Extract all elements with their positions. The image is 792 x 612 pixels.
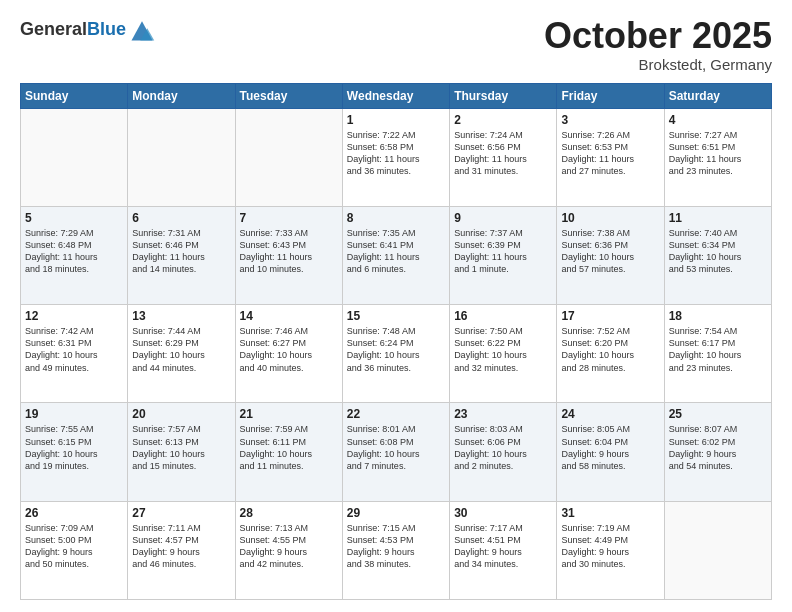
day-number: 13 — [132, 309, 230, 323]
calendar-cell: 2Sunrise: 7:24 AM Sunset: 6:56 PM Daylig… — [450, 108, 557, 206]
day-info: Sunrise: 8:01 AM Sunset: 6:08 PM Dayligh… — [347, 423, 445, 472]
day-number: 23 — [454, 407, 552, 421]
calendar-cell: 5Sunrise: 7:29 AM Sunset: 6:48 PM Daylig… — [21, 206, 128, 304]
calendar-table: Sunday Monday Tuesday Wednesday Thursday… — [20, 83, 772, 600]
day-info: Sunrise: 7:19 AM Sunset: 4:49 PM Dayligh… — [561, 522, 659, 571]
day-number: 22 — [347, 407, 445, 421]
day-number: 11 — [669, 211, 767, 225]
day-number: 9 — [454, 211, 552, 225]
day-number: 28 — [240, 506, 338, 520]
day-number: 10 — [561, 211, 659, 225]
calendar-cell: 8Sunrise: 7:35 AM Sunset: 6:41 PM Daylig… — [342, 206, 449, 304]
day-info: Sunrise: 7:29 AM Sunset: 6:48 PM Dayligh… — [25, 227, 123, 276]
header-monday: Monday — [128, 83, 235, 108]
day-info: Sunrise: 7:31 AM Sunset: 6:46 PM Dayligh… — [132, 227, 230, 276]
logo: GeneralBlue — [20, 16, 156, 44]
day-info: Sunrise: 7:24 AM Sunset: 6:56 PM Dayligh… — [454, 129, 552, 178]
day-info: Sunrise: 7:09 AM Sunset: 5:00 PM Dayligh… — [25, 522, 123, 571]
day-number: 17 — [561, 309, 659, 323]
calendar-cell: 18Sunrise: 7:54 AM Sunset: 6:17 PM Dayli… — [664, 305, 771, 403]
day-number: 14 — [240, 309, 338, 323]
calendar-cell — [235, 108, 342, 206]
month-title: October 2025 — [544, 16, 772, 56]
day-number: 16 — [454, 309, 552, 323]
day-info: Sunrise: 7:11 AM Sunset: 4:57 PM Dayligh… — [132, 522, 230, 571]
calendar-cell: 29Sunrise: 7:15 AM Sunset: 4:53 PM Dayli… — [342, 501, 449, 599]
calendar-cell: 14Sunrise: 7:46 AM Sunset: 6:27 PM Dayli… — [235, 305, 342, 403]
day-info: Sunrise: 7:13 AM Sunset: 4:55 PM Dayligh… — [240, 522, 338, 571]
calendar-cell: 20Sunrise: 7:57 AM Sunset: 6:13 PM Dayli… — [128, 403, 235, 501]
calendar-cell: 26Sunrise: 7:09 AM Sunset: 5:00 PM Dayli… — [21, 501, 128, 599]
calendar-cell: 19Sunrise: 7:55 AM Sunset: 6:15 PM Dayli… — [21, 403, 128, 501]
day-info: Sunrise: 7:54 AM Sunset: 6:17 PM Dayligh… — [669, 325, 767, 374]
calendar-week-2: 5Sunrise: 7:29 AM Sunset: 6:48 PM Daylig… — [21, 206, 772, 304]
page: GeneralBlue October 2025 Brokstedt, Germ… — [0, 0, 792, 612]
calendar-cell: 13Sunrise: 7:44 AM Sunset: 6:29 PM Dayli… — [128, 305, 235, 403]
calendar-cell: 6Sunrise: 7:31 AM Sunset: 6:46 PM Daylig… — [128, 206, 235, 304]
day-info: Sunrise: 8:05 AM Sunset: 6:04 PM Dayligh… — [561, 423, 659, 472]
day-info: Sunrise: 7:33 AM Sunset: 6:43 PM Dayligh… — [240, 227, 338, 276]
day-number: 19 — [25, 407, 123, 421]
day-number: 7 — [240, 211, 338, 225]
day-number: 6 — [132, 211, 230, 225]
calendar-cell: 25Sunrise: 8:07 AM Sunset: 6:02 PM Dayli… — [664, 403, 771, 501]
header-wednesday: Wednesday — [342, 83, 449, 108]
day-number: 31 — [561, 506, 659, 520]
day-info: Sunrise: 7:17 AM Sunset: 4:51 PM Dayligh… — [454, 522, 552, 571]
calendar-cell: 15Sunrise: 7:48 AM Sunset: 6:24 PM Dayli… — [342, 305, 449, 403]
title-block: October 2025 Brokstedt, Germany — [544, 16, 772, 73]
day-info: Sunrise: 7:48 AM Sunset: 6:24 PM Dayligh… — [347, 325, 445, 374]
day-info: Sunrise: 7:22 AM Sunset: 6:58 PM Dayligh… — [347, 129, 445, 178]
day-info: Sunrise: 7:46 AM Sunset: 6:27 PM Dayligh… — [240, 325, 338, 374]
calendar-cell: 4Sunrise: 7:27 AM Sunset: 6:51 PM Daylig… — [664, 108, 771, 206]
calendar-cell: 10Sunrise: 7:38 AM Sunset: 6:36 PM Dayli… — [557, 206, 664, 304]
calendar-cell: 7Sunrise: 7:33 AM Sunset: 6:43 PM Daylig… — [235, 206, 342, 304]
logo-icon — [128, 16, 156, 44]
day-number: 30 — [454, 506, 552, 520]
day-info: Sunrise: 7:27 AM Sunset: 6:51 PM Dayligh… — [669, 129, 767, 178]
header-saturday: Saturday — [664, 83, 771, 108]
calendar-cell: 28Sunrise: 7:13 AM Sunset: 4:55 PM Dayli… — [235, 501, 342, 599]
calendar-cell: 1Sunrise: 7:22 AM Sunset: 6:58 PM Daylig… — [342, 108, 449, 206]
calendar-week-3: 12Sunrise: 7:42 AM Sunset: 6:31 PM Dayli… — [21, 305, 772, 403]
day-info: Sunrise: 7:35 AM Sunset: 6:41 PM Dayligh… — [347, 227, 445, 276]
calendar-cell: 30Sunrise: 7:17 AM Sunset: 4:51 PM Dayli… — [450, 501, 557, 599]
calendar-week-4: 19Sunrise: 7:55 AM Sunset: 6:15 PM Dayli… — [21, 403, 772, 501]
day-number: 27 — [132, 506, 230, 520]
calendar-cell: 31Sunrise: 7:19 AM Sunset: 4:49 PM Dayli… — [557, 501, 664, 599]
day-number: 2 — [454, 113, 552, 127]
day-info: Sunrise: 7:50 AM Sunset: 6:22 PM Dayligh… — [454, 325, 552, 374]
day-info: Sunrise: 7:15 AM Sunset: 4:53 PM Dayligh… — [347, 522, 445, 571]
day-number: 5 — [25, 211, 123, 225]
header-sunday: Sunday — [21, 83, 128, 108]
day-number: 29 — [347, 506, 445, 520]
calendar-cell: 21Sunrise: 7:59 AM Sunset: 6:11 PM Dayli… — [235, 403, 342, 501]
day-number: 15 — [347, 309, 445, 323]
day-info: Sunrise: 7:38 AM Sunset: 6:36 PM Dayligh… — [561, 227, 659, 276]
calendar-cell: 23Sunrise: 8:03 AM Sunset: 6:06 PM Dayli… — [450, 403, 557, 501]
header-tuesday: Tuesday — [235, 83, 342, 108]
header-thursday: Thursday — [450, 83, 557, 108]
calendar-week-5: 26Sunrise: 7:09 AM Sunset: 5:00 PM Dayli… — [21, 501, 772, 599]
day-number: 26 — [25, 506, 123, 520]
day-info: Sunrise: 7:52 AM Sunset: 6:20 PM Dayligh… — [561, 325, 659, 374]
calendar-cell: 27Sunrise: 7:11 AM Sunset: 4:57 PM Dayli… — [128, 501, 235, 599]
day-info: Sunrise: 7:55 AM Sunset: 6:15 PM Dayligh… — [25, 423, 123, 472]
calendar-cell — [664, 501, 771, 599]
calendar-cell — [21, 108, 128, 206]
header-friday: Friday — [557, 83, 664, 108]
calendar-cell: 22Sunrise: 8:01 AM Sunset: 6:08 PM Dayli… — [342, 403, 449, 501]
weekday-header-row: Sunday Monday Tuesday Wednesday Thursday… — [21, 83, 772, 108]
day-info: Sunrise: 7:59 AM Sunset: 6:11 PM Dayligh… — [240, 423, 338, 472]
day-info: Sunrise: 7:44 AM Sunset: 6:29 PM Dayligh… — [132, 325, 230, 374]
day-number: 18 — [669, 309, 767, 323]
calendar-cell: 24Sunrise: 8:05 AM Sunset: 6:04 PM Dayli… — [557, 403, 664, 501]
day-number: 20 — [132, 407, 230, 421]
calendar-cell — [128, 108, 235, 206]
calendar-cell: 16Sunrise: 7:50 AM Sunset: 6:22 PM Dayli… — [450, 305, 557, 403]
day-number: 8 — [347, 211, 445, 225]
calendar-cell: 3Sunrise: 7:26 AM Sunset: 6:53 PM Daylig… — [557, 108, 664, 206]
calendar-week-1: 1Sunrise: 7:22 AM Sunset: 6:58 PM Daylig… — [21, 108, 772, 206]
day-number: 24 — [561, 407, 659, 421]
header: GeneralBlue October 2025 Brokstedt, Germ… — [20, 16, 772, 73]
